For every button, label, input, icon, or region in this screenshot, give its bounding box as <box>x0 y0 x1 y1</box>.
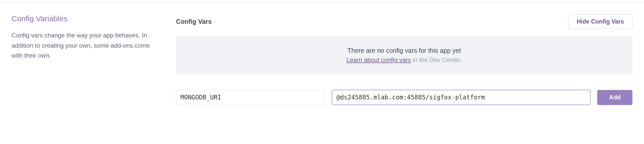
add-var-form: Add <box>176 90 632 105</box>
config-key-input[interactable] <box>176 90 325 105</box>
main-content: Config Vars Hide Config Vars There are n… <box>176 14 632 105</box>
add-button[interactable]: Add <box>597 90 632 105</box>
sidebar-description: Config vars change the way your app beha… <box>12 30 161 61</box>
empty-state-suffix: in the Dev Center. <box>411 56 462 63</box>
section-title: Config Vars <box>176 18 212 25</box>
main-header: Config Vars Hide Config Vars <box>176 14 632 29</box>
empty-state-box: There are no config vars for this app ye… <box>176 36 632 74</box>
config-value-input[interactable] <box>332 90 591 105</box>
config-vars-section: Config Variables Config vars change the … <box>0 3 644 105</box>
hide-config-vars-button[interactable]: Hide Config Vars <box>568 14 632 29</box>
sidebar-title: Config Variables <box>12 14 161 23</box>
learn-config-vars-link[interactable]: Learn about config vars <box>346 56 411 63</box>
empty-state-subtitle: Learn about config vars in the Dev Cente… <box>181 56 627 64</box>
sidebar: Config Variables Config vars change the … <box>12 14 161 105</box>
empty-state-title: There are no config vars for this app ye… <box>181 47 627 54</box>
